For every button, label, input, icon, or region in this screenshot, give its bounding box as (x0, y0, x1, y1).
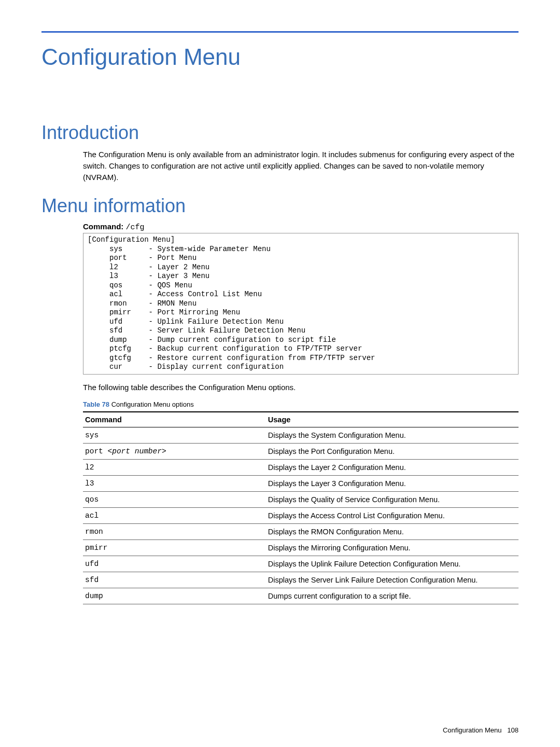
table-row: aclDisplays the Access Control List Conf… (83, 507, 519, 523)
footer-page: 108 (507, 726, 519, 734)
cell-command: ufd (83, 556, 266, 572)
cell-command: acl (83, 507, 266, 523)
chapter-title: Configuration Menu (41, 44, 519, 70)
table-intro-text: The following table describes the Config… (83, 382, 519, 393)
command-value: /cfg (126, 223, 145, 232)
table-caption: Table 78 Configuration Menu options (83, 400, 519, 408)
cell-command: pmirr (83, 540, 266, 556)
introduction-heading: Introduction (41, 122, 519, 144)
table-title: Configuration Menu options (111, 400, 194, 408)
cell-usage: Displays the System Configuration Menu. (266, 427, 519, 443)
cell-command: rmon (83, 523, 266, 540)
cell-usage: Displays the Access Control List Configu… (266, 507, 519, 523)
cell-usage: Displays the Uplink Failure Detection Co… (266, 556, 519, 572)
table-row: sfdDisplays the Server Link Failure Dete… (83, 572, 519, 588)
cell-usage: Dumps current configuration to a script … (266, 588, 519, 604)
col-usage: Usage (266, 412, 519, 427)
cell-command: sfd (83, 572, 266, 588)
table-row: rmonDisplays the RMON Configuration Menu… (83, 523, 519, 540)
cell-usage: Displays the RMON Configuration Menu. (266, 523, 519, 540)
cell-command: l3 (83, 475, 266, 491)
cell-usage: Displays the Layer 3 Configuration Menu. (266, 475, 519, 491)
table-row: pmirrDisplays the Mirroring Configuratio… (83, 540, 519, 556)
table-number: Table 78 (83, 400, 109, 408)
cell-command: qos (83, 491, 266, 507)
table-row: port <port number>Displays the Port Conf… (83, 443, 519, 459)
command-label: Command: (83, 222, 123, 231)
cell-command: l2 (83, 459, 266, 475)
cell-usage: Displays the Port Configuration Menu. (266, 443, 519, 459)
table-row: l2Displays the Layer 2 Configuration Men… (83, 459, 519, 475)
table-row: l3Displays the Layer 3 Configuration Men… (83, 475, 519, 491)
cell-command: port <port number> (83, 443, 266, 459)
table-row: sysDisplays the System Configuration Men… (83, 427, 519, 443)
code-block: [Configuration Menu] sys - System-wide P… (83, 233, 519, 375)
col-command: Command (83, 412, 266, 427)
cell-usage: Displays the Server Link Failure Detecti… (266, 572, 519, 588)
cell-usage: Displays the Quality of Service Configur… (266, 491, 519, 507)
table-row: qosDisplays the Quality of Service Confi… (83, 491, 519, 507)
cell-usage: Displays the Mirroring Configuration Men… (266, 540, 519, 556)
cell-command: dump (83, 588, 266, 604)
top-rule (41, 31, 519, 33)
footer-title: Configuration Menu (443, 726, 501, 734)
menu-information-heading: Menu information (41, 195, 519, 217)
command-line: Command: /cfg (83, 222, 519, 232)
introduction-body: The Configuration Menu is only available… (83, 149, 519, 183)
cell-command: sys (83, 427, 266, 443)
options-table: Command Usage sysDisplays the System Con… (83, 411, 519, 604)
page-footer: Configuration Menu 108 (443, 726, 519, 734)
table-row: ufdDisplays the Uplink Failure Detection… (83, 556, 519, 572)
table-row: dumpDumps current configuration to a scr… (83, 588, 519, 604)
cell-usage: Displays the Layer 2 Configuration Menu. (266, 459, 519, 475)
